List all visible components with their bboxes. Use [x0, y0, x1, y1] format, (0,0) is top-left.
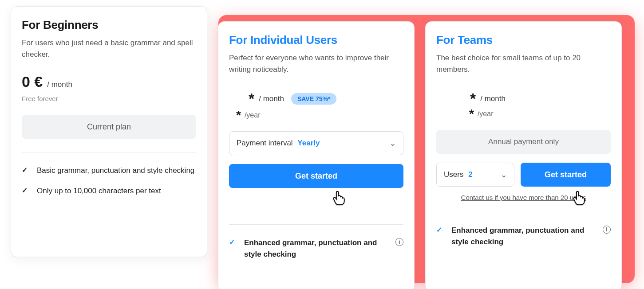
price-note: Free forever [22, 95, 196, 102]
separator [22, 152, 196, 152]
users-count-select[interactable]: Users 2 ⌄ [436, 163, 514, 187]
feature-item: ✓ Enhanced grammar, punctuation and styl… [229, 233, 403, 264]
feature-item: ✓ Basic grammar, punctuation and style c… [22, 160, 196, 181]
price-amount-year: * [469, 107, 474, 121]
price-block: * / month * /year [470, 88, 611, 119]
payment-interval-select[interactable]: Payment interval Yearly ⌄ [229, 131, 403, 155]
price-row: 0 € / month [22, 73, 196, 90]
current-plan-button: Current plan [22, 115, 196, 139]
price-block: * / month SAVE 75%* * /year [249, 88, 403, 121]
feature-text: Only up to 10,000 characters per text [37, 185, 196, 197]
select-label: Users [444, 170, 463, 179]
save-badge: SAVE 75%* [291, 93, 336, 105]
check-icon: ✓ [22, 165, 30, 174]
price-amount-month: * [249, 91, 254, 106]
feature-item: ✓ Only up to 10,000 characters per text [22, 181, 196, 201]
price-amount-month: * [470, 91, 476, 106]
feature-text: Basic grammar, punctuation and style che… [37, 165, 196, 176]
plan-title: For Individual Users [229, 33, 403, 47]
feature-item: ✓ Enhanced grammar, punctuation and styl… [436, 220, 611, 252]
select-label: Payment interval [237, 139, 293, 147]
chevron-down-icon: ⌄ [501, 170, 507, 180]
plan-card-beginners: For Beginners For users who just need a … [11, 6, 207, 257]
info-icon[interactable]: i [395, 238, 403, 246]
plan-card-teams: For Teams The best choice for small team… [425, 21, 622, 289]
select-value: 2 [468, 170, 472, 179]
plan-subtitle: Perfect for everyone who wants to improv… [229, 52, 403, 75]
price-unit-year: /year [245, 111, 261, 119]
feature-text: Enhanced grammar, punctuation and style … [451, 225, 596, 247]
price-unit-month: / month [259, 94, 284, 103]
price-unit-year: /year [478, 110, 494, 118]
separator [436, 212, 611, 212]
separator [229, 224, 403, 225]
check-icon: ✓ [22, 185, 30, 195]
price-unit: / month [47, 80, 72, 89]
plan-subtitle: For users who just need a basic grammar … [22, 37, 196, 60]
check-icon: ✓ [436, 225, 444, 234]
price-amount-year: * [236, 108, 241, 122]
check-icon: ✓ [229, 237, 237, 246]
plan-title: For Teams [436, 33, 611, 47]
price-unit-month: / month [480, 94, 506, 103]
plan-title: For Beginners [22, 18, 196, 32]
info-icon[interactable]: i [603, 226, 611, 234]
chevron-down-icon: ⌄ [390, 139, 396, 148]
select-value: Yearly [297, 139, 320, 147]
annual-payment-note: Annual payment only [436, 130, 611, 154]
plan-card-individual: For Individual Users Perfect for everyon… [218, 21, 415, 289]
price-amount: 0 € [22, 73, 43, 90]
contact-us-link[interactable]: Contact us if you have more than 20 user… [436, 194, 611, 201]
get-started-button[interactable]: Get started [229, 164, 403, 188]
plan-subtitle: The best choice for small teams of up to… [436, 52, 611, 75]
feature-text: Enhanced grammar, punctuation and style … [244, 237, 388, 260]
get-started-button[interactable]: Get started [521, 163, 611, 187]
